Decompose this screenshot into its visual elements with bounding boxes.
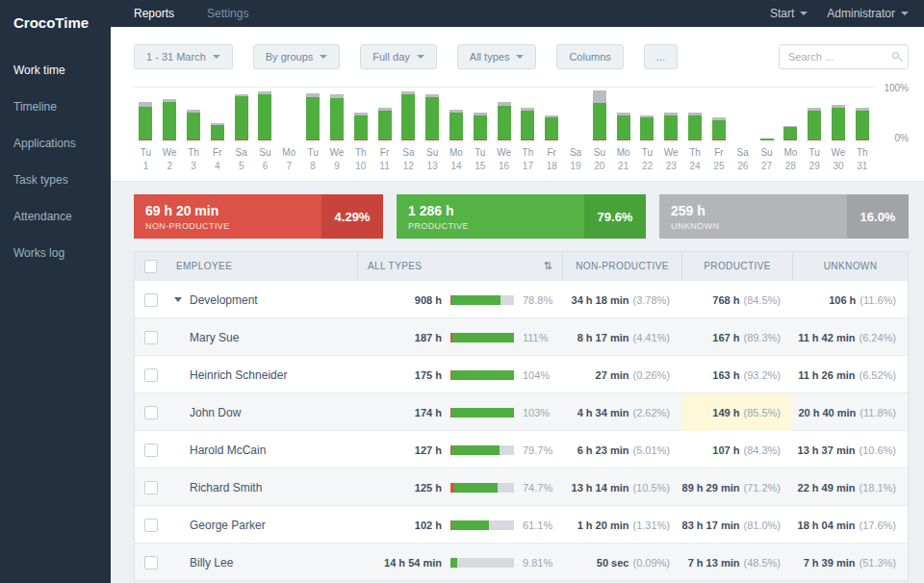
chart-bar[interactable]: [354, 88, 368, 140]
employee-name[interactable]: George Parker: [190, 519, 266, 532]
select-all-checkbox[interactable]: [144, 260, 157, 273]
summary-card-label: NON-PRODUCTIVE: [145, 221, 310, 231]
all-types-cell: 175 h104%: [357, 369, 562, 381]
chart-bar[interactable]: [139, 88, 152, 140]
bar-segment-non-productive: [856, 139, 869, 140]
search-icon[interactable]: [892, 52, 899, 59]
chart-bar[interactable]: [187, 88, 200, 140]
cell-unknown-value: 11 h 42 min: [798, 332, 855, 343]
chart-bar[interactable]: [498, 88, 511, 140]
chart-bar[interactable]: [425, 88, 439, 140]
filter-date-range-button[interactable]: 1 - 31 March: [134, 44, 233, 69]
row-checkbox[interactable]: [144, 368, 158, 382]
search-input[interactable]: [779, 44, 909, 69]
chart-bar[interactable]: [306, 88, 320, 140]
chart-bar[interactable]: [808, 88, 821, 140]
chart-bar[interactable]: [474, 88, 487, 140]
chart-bar[interactable]: [569, 88, 582, 140]
chart-day-label: Th: [857, 147, 868, 158]
sidebar-item-task-types[interactable]: Task types: [0, 162, 111, 198]
chart-bar[interactable]: [832, 88, 845, 140]
employee-name[interactable]: John Dow: [190, 406, 241, 419]
tab-reports[interactable]: Reports: [134, 7, 174, 20]
administrator-menu[interactable]: Administrator: [827, 7, 909, 20]
sidebar-item-timeline[interactable]: Timeline: [0, 89, 111, 125]
chart-bar[interactable]: [401, 88, 415, 140]
chart-bar[interactable]: [593, 88, 606, 140]
row-checkbox[interactable]: [144, 481, 158, 494]
chart-bar[interactable]: [282, 88, 295, 140]
row-checkbox[interactable]: [144, 444, 158, 457]
chart-bar[interactable]: [736, 88, 750, 140]
filter-types-button[interactable]: All types: [457, 44, 537, 69]
filter-columns-button[interactable]: Columns: [556, 44, 623, 69]
chart-bar[interactable]: [235, 88, 248, 140]
chart-day-label: We: [497, 147, 511, 158]
employee-name[interactable]: Richard Smith: [190, 481, 262, 494]
employee-name[interactable]: Billy Lee: [190, 556, 233, 570]
tab-settings[interactable]: Settings: [207, 7, 248, 20]
sidebar-item-work-time[interactable]: Work time: [0, 52, 111, 89]
all-types-bar: [450, 408, 514, 418]
all-types-percent: 111%: [523, 332, 549, 343]
row-checkbox-cell: [135, 406, 167, 419]
header-checkbox-cell: [135, 252, 167, 280]
chart-bar[interactable]: [545, 88, 558, 140]
chart-bar[interactable]: [521, 88, 534, 140]
chart-date-label: 1: [143, 161, 149, 171]
filter-group-by-button[interactable]: By groups: [253, 44, 341, 69]
sidebar-item-works-log[interactable]: Works log: [0, 235, 111, 271]
all-types-hours: 175 h: [357, 369, 442, 381]
filter-date-range-label: 1 - 31 March: [146, 51, 206, 63]
employee-name[interactable]: Mary Sue: [190, 331, 239, 344]
chart-bar[interactable]: [856, 88, 869, 140]
expand-arrow-icon[interactable]: [174, 297, 182, 302]
chart-slot: Tu15: [468, 88, 492, 171]
chart-slot: Th10: [348, 88, 372, 171]
chart-bar[interactable]: [617, 88, 630, 140]
cell-productive: 83 h 17 min(81.0%): [681, 506, 792, 544]
filter-more-button[interactable]: ...: [644, 44, 678, 69]
sort-icon[interactable]: ⇅: [543, 260, 552, 272]
chart-bar[interactable]: [664, 88, 678, 140]
employee-name[interactable]: Harold McCain: [190, 444, 266, 457]
chart-bar[interactable]: [163, 88, 176, 140]
chart-date-label: 4: [215, 161, 220, 171]
chart-slot: Mo14: [445, 88, 469, 171]
cell-unknown-value: 106 h: [829, 294, 856, 306]
employee-name[interactable]: Development: [190, 293, 258, 307]
cell-productive-percent: (84.3%): [743, 444, 781, 456]
chart-bar[interactable]: [378, 88, 392, 140]
chart-slot: Su6: [253, 88, 277, 171]
row-checkbox[interactable]: [144, 519, 158, 532]
employee-name[interactable]: Heinrich Schneider: [190, 368, 287, 382]
sidebar-nav: Work timeTimelineApplicationsTask typesA…: [0, 52, 111, 271]
cell-productive-percent: (84.5%): [743, 294, 781, 306]
chart-bar[interactable]: [211, 88, 224, 140]
chart-date-label: 11: [379, 161, 389, 171]
chart-bar[interactable]: [712, 88, 726, 140]
chevron-down-icon: [901, 12, 909, 15]
cell-unknown-percent: (11.8%): [860, 407, 896, 418]
chart-slot: Sa26: [731, 88, 755, 171]
sidebar-item-attendance[interactable]: Attendance: [0, 198, 111, 235]
chart-bar[interactable]: [640, 88, 654, 140]
chart-bar[interactable]: [760, 88, 774, 140]
start-menu[interactable]: Start: [770, 7, 808, 20]
chart-bar[interactable]: [688, 88, 702, 140]
bar-segment-productive: [451, 370, 514, 380]
chart-bar[interactable]: [330, 88, 344, 140]
row-checkbox[interactable]: [144, 331, 158, 344]
row-checkbox[interactable]: [144, 293, 158, 307]
row-checkbox[interactable]: [144, 556, 158, 570]
chart-bar[interactable]: [258, 88, 271, 140]
sidebar-item-applications[interactable]: Applications: [0, 125, 111, 162]
row-checkbox[interactable]: [144, 406, 158, 419]
table-row: Heinrich Schneider175 h104%27 min(0.26%)…: [135, 355, 908, 393]
filter-day-period-button[interactable]: Full day: [360, 44, 437, 69]
chart-slot: Th24: [683, 88, 707, 171]
chart-slot: Sa19: [564, 88, 588, 171]
chart-bar[interactable]: [449, 88, 463, 140]
bar-segment-productive: [449, 113, 463, 140]
chart-bar[interactable]: [783, 88, 797, 140]
